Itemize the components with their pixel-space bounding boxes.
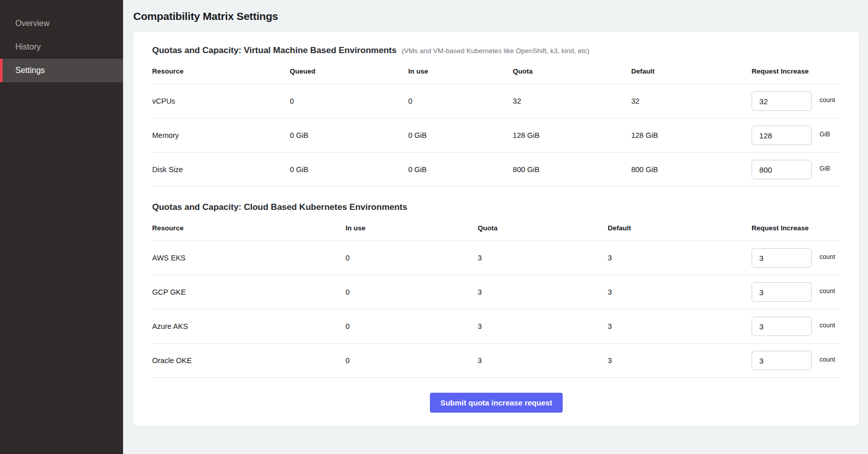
column-header-default: Default xyxy=(631,58,752,84)
cloud-section-title: Quotas and Capacity: Cloud Based Kuberne… xyxy=(152,202,840,212)
table-row-gcp-gke: GCP GKE 0 3 3 count xyxy=(152,275,840,309)
request-increase-input-disk-size[interactable] xyxy=(752,160,812,179)
column-header-quota: Quota xyxy=(478,214,608,241)
sidebar-item-label: Settings xyxy=(15,66,45,75)
column-header-resource: Resource xyxy=(152,58,290,84)
column-header-queued: Queued xyxy=(290,58,408,84)
default-value: 3 xyxy=(608,241,752,275)
sidebar: Overview History Settings xyxy=(0,0,123,454)
default-value: 800 GiB xyxy=(631,153,752,187)
unit-label: count xyxy=(819,356,835,363)
vm-quota-table: Resource Queued In use Quota Default Req… xyxy=(152,58,840,187)
resource-name: AWS EKS xyxy=(152,241,346,275)
quota-value: 3 xyxy=(478,309,608,344)
quota-value: 32 xyxy=(513,84,631,118)
sidebar-item-overview[interactable]: Overview xyxy=(0,12,123,35)
unit-label: GiB xyxy=(819,131,830,138)
column-header-request-increase: Request Increase xyxy=(752,58,840,84)
request-increase-input-gcp-gke[interactable] xyxy=(752,282,812,302)
quota-value: 3 xyxy=(478,241,608,275)
table-row-aws-eks: AWS EKS 0 3 3 count xyxy=(152,241,840,275)
default-value: 32 xyxy=(631,84,752,118)
in-use-value: 0 xyxy=(346,241,478,275)
in-use-value: 0 xyxy=(408,84,513,118)
main-content: Compatibility Matrix Settings Quotas and… xyxy=(123,0,868,454)
default-value: 3 xyxy=(608,309,752,344)
queued-value: 0 GiB xyxy=(290,118,408,153)
default-value: 3 xyxy=(608,275,752,309)
request-increase-input-oracle-oke[interactable] xyxy=(752,351,812,370)
submit-row: Submit quota increase request xyxy=(152,378,840,413)
vm-section-title: Quotas and Capacity: Virtual Machine Bas… xyxy=(152,45,397,56)
sidebar-item-label: History xyxy=(15,42,41,52)
request-increase-input-vcpus[interactable] xyxy=(752,91,812,111)
unit-label: count xyxy=(819,97,835,104)
submit-quota-increase-button[interactable]: Submit quota increase request xyxy=(430,393,562,413)
in-use-value: 0 xyxy=(346,344,478,378)
page-title: Compatibility Matrix Settings xyxy=(133,10,860,22)
request-increase-input-memory[interactable] xyxy=(752,126,812,145)
column-header-in-use: In use xyxy=(346,214,478,241)
settings-card: Quotas and Capacity: Virtual Machine Bas… xyxy=(133,31,860,426)
cloud-table-header-row: Resource In use Quota Default Request In… xyxy=(152,214,840,241)
in-use-value: 0 GiB xyxy=(408,153,513,187)
table-row-memory: Memory 0 GiB 0 GiB 128 GiB 128 GiB GiB xyxy=(152,118,840,153)
cloud-quota-table: Resource In use Quota Default Request In… xyxy=(152,214,840,378)
resource-name: Memory xyxy=(152,118,290,153)
column-header-request-increase: Request Increase xyxy=(752,214,840,241)
sidebar-item-label: Overview xyxy=(15,19,50,28)
unit-label: count xyxy=(819,322,835,329)
queued-value: 0 xyxy=(290,84,408,118)
vm-section-subtitle: (VMs and VM-based Kubernetes like OpenSh… xyxy=(402,47,590,55)
quota-value: 800 GiB xyxy=(513,153,631,187)
unit-label: count xyxy=(819,253,835,260)
quota-value: 128 GiB xyxy=(513,118,631,153)
resource-name: Oracle OKE xyxy=(152,344,346,378)
unit-label: GiB xyxy=(819,165,830,172)
vm-table-header-row: Resource Queued In use Quota Default Req… xyxy=(152,58,840,84)
in-use-value: 0 GiB xyxy=(408,118,513,153)
resource-name: Azure AKS xyxy=(152,309,346,344)
quota-value: 3 xyxy=(478,344,608,378)
column-header-in-use: In use xyxy=(408,58,513,84)
resource-name: Disk Size xyxy=(152,153,290,187)
column-header-default: Default xyxy=(608,214,752,241)
resource-name: GCP GKE xyxy=(152,275,346,309)
column-header-resource: Resource xyxy=(152,214,346,241)
default-value: 128 GiB xyxy=(631,118,752,153)
quota-value: 3 xyxy=(478,275,608,309)
table-row-disk-size: Disk Size 0 GiB 0 GiB 800 GiB 800 GiB Gi… xyxy=(152,153,840,187)
table-row-oracle-oke: Oracle OKE 0 3 3 count xyxy=(152,344,840,378)
resource-name: vCPUs xyxy=(152,84,290,118)
table-row-vcpus: vCPUs 0 0 32 32 count xyxy=(152,84,840,118)
sidebar-item-settings[interactable]: Settings xyxy=(0,59,123,82)
queued-value: 0 GiB xyxy=(290,153,408,187)
request-increase-input-aws-eks[interactable] xyxy=(752,248,812,268)
in-use-value: 0 xyxy=(346,275,478,309)
column-header-quota: Quota xyxy=(513,58,631,84)
request-increase-input-azure-aks[interactable] xyxy=(752,317,812,336)
unit-label: count xyxy=(819,288,835,295)
sidebar-item-history[interactable]: History xyxy=(0,35,123,59)
default-value: 3 xyxy=(608,344,752,378)
in-use-value: 0 xyxy=(346,309,478,344)
vm-section-header: Quotas and Capacity: Virtual Machine Bas… xyxy=(152,45,840,56)
table-row-azure-aks: Azure AKS 0 3 3 count xyxy=(152,309,840,344)
